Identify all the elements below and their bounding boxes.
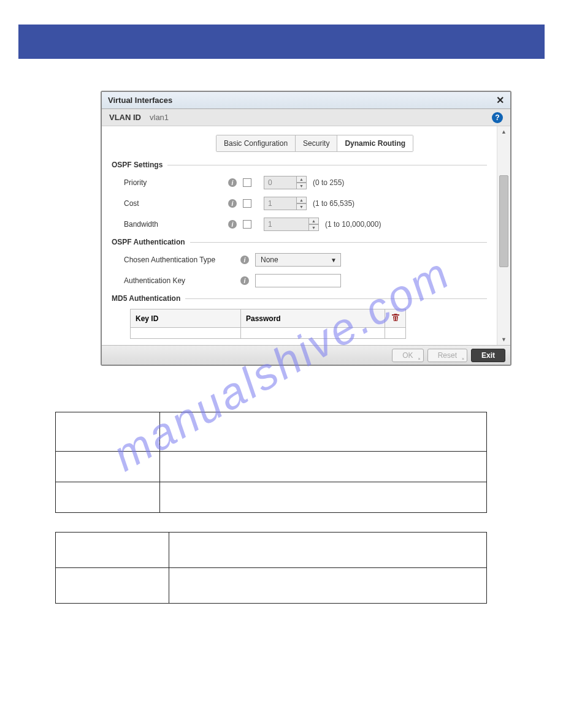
scrollbar[interactable]: ▲ ▼ — [497, 126, 510, 345]
info-icon[interactable]: i — [240, 276, 249, 285]
help-icon[interactable]: ? — [492, 112, 503, 123]
md5-heading-text: MD5 Authentication — [112, 294, 180, 303]
cost-checkbox[interactable] — [243, 199, 251, 208]
reset-label: Reset — [438, 351, 457, 360]
cost-row: Cost i ▲▼ (1 to 65,535) — [124, 196, 487, 211]
tab-dynamic-routing[interactable]: Dynamic Routing — [337, 135, 413, 151]
bandwidth-label: Bandwidth — [124, 220, 228, 229]
doc-table-2 — [55, 532, 487, 604]
bandwidth-range: (1 to 10,000,000) — [325, 220, 381, 229]
rule — [185, 298, 487, 299]
priority-checkbox[interactable] — [243, 178, 251, 187]
auth-key-label: Authentication Key — [124, 276, 240, 285]
exit-button[interactable]: Exit — [471, 349, 505, 362]
dialog-title: Virtual Interfaces — [108, 96, 172, 105]
cost-label: Cost — [124, 199, 228, 208]
chosen-auth-label: Chosen Authentication Type — [124, 256, 240, 264]
rule — [190, 242, 487, 243]
bandwidth-checkbox[interactable] — [243, 220, 251, 229]
auth-key-row: Authentication Key i — [124, 273, 487, 288]
info-icon[interactable]: i — [228, 199, 237, 208]
priority-label: Priority — [124, 178, 228, 187]
priority-row: Priority i ▲▼ (0 to 255) — [124, 175, 487, 190]
bandwidth-stepper[interactable]: ▲▼ — [264, 218, 319, 231]
bandwidth-input[interactable] — [264, 218, 309, 231]
dialog-subheader: VLAN ID vlan1 ? — [102, 109, 510, 126]
scroll-thumb[interactable] — [499, 175, 508, 267]
tab-bar: Basic Configuration Security Dynamic Rou… — [216, 135, 413, 152]
tab-security[interactable]: Security — [296, 135, 337, 151]
ospf-settings-heading-text: OSPF Settings — [112, 161, 163, 169]
rule — [167, 165, 487, 165]
vlan-id-value: vlan1 — [150, 113, 169, 122]
info-icon[interactable]: i — [228, 178, 237, 187]
table-row — [131, 328, 406, 339]
priority-range: (0 to 255) — [313, 178, 344, 187]
spin-up-icon[interactable]: ▲ — [297, 176, 307, 183]
chosen-auth-select[interactable]: None ▼ — [255, 253, 341, 267]
chosen-auth-value: None — [261, 256, 278, 264]
ok-button[interactable]: OK× — [392, 349, 423, 362]
virtual-interfaces-dialog: Virtual Interfaces ✕ VLAN ID vlan1 ? Bas… — [101, 91, 511, 366]
dialog-body: Basic Configuration Security Dynamic Rou… — [102, 126, 510, 345]
md5-col-password: Password — [241, 309, 385, 328]
md5-heading: MD5 Authentication — [112, 294, 487, 303]
md5-col-key: Key ID — [131, 309, 241, 328]
vlan-id-label: VLAN ID — [109, 113, 141, 122]
cost-range: (1 to 65,535) — [313, 199, 354, 208]
priority-input[interactable] — [264, 176, 297, 189]
auth-key-input[interactable] — [255, 274, 341, 287]
md5-table: Key ID Password — [130, 309, 406, 339]
scroll-down-icon[interactable]: ▼ — [497, 334, 510, 345]
ospf-auth-heading-text: OSPF Authentication — [112, 238, 185, 246]
info-icon[interactable]: i — [240, 256, 249, 264]
spin-down-icon[interactable]: ▼ — [297, 183, 307, 189]
reset-button[interactable]: Reset× — [427, 349, 467, 362]
dialog-content: Basic Configuration Security Dynamic Rou… — [102, 126, 497, 345]
dialog-footer: OK× Reset× Exit — [102, 345, 510, 365]
info-icon[interactable]: i — [228, 220, 237, 229]
ospf-settings-heading: OSPF Settings — [112, 161, 487, 169]
spin-down-icon[interactable]: ▼ — [297, 203, 307, 210]
chosen-auth-row: Chosen Authentication Type i None ▼ — [124, 252, 487, 267]
top-banner — [18, 25, 545, 59]
tab-basic-configuration[interactable]: Basic Configuration — [216, 135, 296, 151]
scroll-up-icon[interactable]: ▲ — [497, 126, 510, 137]
exit-label: Exit — [481, 351, 495, 360]
doc-table-1 — [55, 412, 487, 513]
priority-stepper[interactable]: ▲▼ — [264, 176, 307, 189]
bandwidth-row: Bandwidth i ▲▼ (1 to 10,000,000) — [124, 217, 487, 232]
spin-up-icon[interactable]: ▲ — [297, 197, 307, 203]
dialog-titlebar: Virtual Interfaces ✕ — [102, 92, 510, 109]
spin-down-icon[interactable]: ▼ — [309, 224, 319, 231]
spin-up-icon[interactable]: ▲ — [309, 218, 319, 224]
trash-icon[interactable] — [391, 313, 400, 322]
cost-input[interactable] — [264, 197, 297, 210]
ospf-auth-heading: OSPF Authentication — [112, 238, 487, 246]
ok-label: OK — [402, 351, 413, 360]
chevron-down-icon: ▼ — [331, 257, 337, 264]
close-icon[interactable]: ✕ — [496, 94, 504, 106]
cost-stepper[interactable]: ▲▼ — [264, 197, 307, 210]
